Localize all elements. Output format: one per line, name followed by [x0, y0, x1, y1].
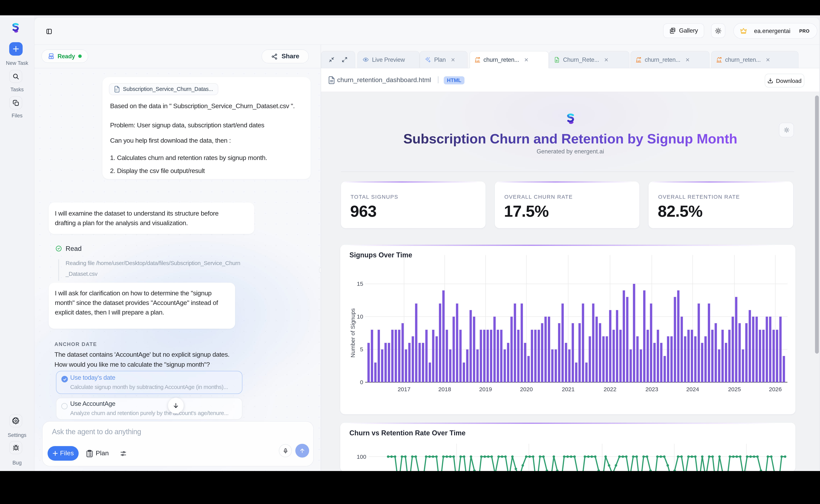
- svg-text:10: 10: [357, 313, 363, 320]
- svg-text:2018: 2018: [438, 386, 451, 392]
- svg-text:100: 100: [357, 454, 366, 460]
- svg-text:Number of Signups: Number of Signups: [350, 308, 356, 358]
- svg-text:5: 5: [360, 346, 363, 352]
- svg-text:2022: 2022: [604, 386, 617, 392]
- svg-text:2025: 2025: [728, 386, 741, 392]
- svg-text:2023: 2023: [645, 386, 658, 392]
- svg-text:2017: 2017: [398, 386, 411, 392]
- svg-text:0: 0: [360, 379, 363, 385]
- svg-text:2026: 2026: [769, 386, 782, 392]
- svg-text:2024: 2024: [686, 386, 699, 392]
- svg-text:2020: 2020: [520, 386, 533, 392]
- svg-text:2019: 2019: [479, 386, 492, 392]
- svg-text:2021: 2021: [562, 386, 575, 392]
- svg-text:15: 15: [357, 281, 363, 287]
